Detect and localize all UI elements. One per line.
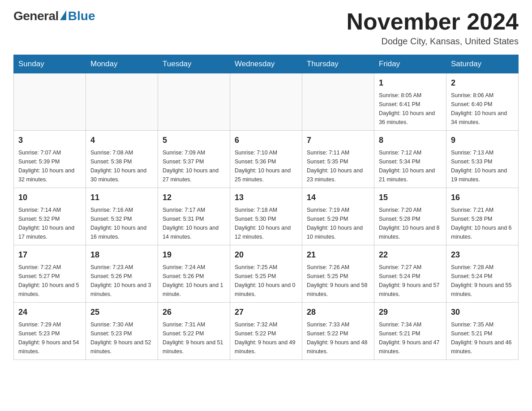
day-info: Sunrise: 7:10 AMSunset: 5:36 PMDaylight:… [235,148,297,184]
day-info: Sunrise: 7:31 AMSunset: 5:22 PMDaylight:… [163,320,225,356]
day-info: Sunrise: 7:32 AMSunset: 5:22 PMDaylight:… [235,320,297,356]
location-text: Dodge City, Kansas, United States [347,36,519,47]
day-number: 8 [379,134,442,146]
calendar-cell: 23Sunrise: 7:28 AMSunset: 5:24 PMDayligh… [446,245,519,303]
day-number: 5 [163,134,225,146]
day-info: Sunrise: 7:07 AMSunset: 5:39 PMDaylight:… [18,148,81,184]
calendar-cell: 2Sunrise: 8:06 AMSunset: 6:40 PMDaylight… [446,73,519,131]
weekday-header-sunday: Sunday [14,55,86,73]
logo: General Blue [13,9,95,23]
day-number: 23 [451,249,514,261]
day-info: Sunrise: 7:08 AMSunset: 5:38 PMDaylight:… [90,148,153,184]
page-header: General Blue November 2024 Dodge City, K… [13,9,519,47]
calendar-cell: 3Sunrise: 7:07 AMSunset: 5:39 PMDaylight… [14,131,86,188]
day-info: Sunrise: 7:35 AMSunset: 5:21 PMDaylight:… [451,320,514,356]
day-number: 19 [163,249,225,261]
day-number: 2 [451,77,514,89]
calendar-cell: 21Sunrise: 7:26 AMSunset: 5:25 PMDayligh… [302,245,374,303]
calendar-cell: 28Sunrise: 7:33 AMSunset: 5:22 PMDayligh… [302,303,374,360]
calendar-cell: 1Sunrise: 8:05 AMSunset: 6:41 PMDaylight… [374,73,446,131]
day-info: Sunrise: 7:20 AMSunset: 5:28 PMDaylight:… [379,206,442,241]
day-number: 11 [90,192,153,204]
logo-blue-text: Blue [68,9,95,23]
day-number: 16 [451,192,514,204]
day-info: Sunrise: 7:27 AMSunset: 5:24 PMDaylight:… [379,263,442,299]
weekday-header-friday: Friday [374,55,446,73]
calendar-cell: 9Sunrise: 7:13 AMSunset: 5:33 PMDaylight… [446,131,519,188]
day-info: Sunrise: 7:29 AMSunset: 5:23 PMDaylight:… [18,320,81,356]
week-row-1: 1Sunrise: 8:05 AMSunset: 6:41 PMDaylight… [14,73,519,131]
day-number: 25 [90,306,153,318]
day-number: 13 [235,192,297,204]
calendar-cell: 26Sunrise: 7:31 AMSunset: 5:22 PMDayligh… [158,303,230,360]
day-number: 26 [163,306,225,318]
weekday-header-row: SundayMondayTuesdayWednesdayThursdayFrid… [14,55,519,73]
calendar-cell: 15Sunrise: 7:20 AMSunset: 5:28 PMDayligh… [374,188,446,245]
day-info: Sunrise: 7:23 AMSunset: 5:26 PMDaylight:… [90,263,153,299]
day-number: 28 [307,306,369,318]
day-info: Sunrise: 8:05 AMSunset: 6:41 PMDaylight:… [379,91,442,127]
weekday-header-monday: Monday [86,55,158,73]
day-info: Sunrise: 7:34 AMSunset: 5:21 PMDaylight:… [379,320,442,356]
day-number: 21 [307,249,369,261]
day-info: Sunrise: 7:11 AMSunset: 5:35 PMDaylight:… [307,148,369,184]
title-area: November 2024 Dodge City, Kansas, United… [347,9,519,47]
calendar-cell: 27Sunrise: 7:32 AMSunset: 5:22 PMDayligh… [230,303,302,360]
day-number: 24 [18,306,81,318]
day-number: 6 [235,134,297,146]
calendar-cell [158,73,230,131]
calendar-cell: 7Sunrise: 7:11 AMSunset: 5:35 PMDaylight… [302,131,374,188]
day-number: 9 [451,134,514,146]
day-number: 29 [379,306,442,318]
day-info: Sunrise: 7:13 AMSunset: 5:33 PMDaylight:… [451,148,514,184]
calendar-cell: 29Sunrise: 7:34 AMSunset: 5:21 PMDayligh… [374,303,446,360]
calendar-cell: 18Sunrise: 7:23 AMSunset: 5:26 PMDayligh… [86,245,158,303]
calendar-cell: 11Sunrise: 7:16 AMSunset: 5:32 PMDayligh… [86,188,158,245]
calendar-cell: 20Sunrise: 7:25 AMSunset: 5:25 PMDayligh… [230,245,302,303]
calendar-cell: 19Sunrise: 7:24 AMSunset: 5:26 PMDayligh… [158,245,230,303]
calendar-cell: 10Sunrise: 7:14 AMSunset: 5:32 PMDayligh… [14,188,86,245]
day-number: 27 [235,306,297,318]
day-info: Sunrise: 7:09 AMSunset: 5:37 PMDaylight:… [163,148,225,184]
day-number: 17 [18,249,81,261]
calendar-cell: 30Sunrise: 7:35 AMSunset: 5:21 PMDayligh… [446,303,519,360]
calendar-cell: 5Sunrise: 7:09 AMSunset: 5:37 PMDaylight… [158,131,230,188]
calendar-table: SundayMondayTuesdayWednesdayThursdayFrid… [13,55,519,360]
day-number: 4 [90,134,153,146]
calendar-cell [230,73,302,131]
day-info: Sunrise: 7:26 AMSunset: 5:25 PMDaylight:… [307,263,369,299]
week-row-2: 3Sunrise: 7:07 AMSunset: 5:39 PMDaylight… [14,131,519,188]
week-row-3: 10Sunrise: 7:14 AMSunset: 5:32 PMDayligh… [14,188,519,245]
weekday-header-tuesday: Tuesday [158,55,230,73]
calendar-cell: 16Sunrise: 7:21 AMSunset: 5:28 PMDayligh… [446,188,519,245]
day-number: 22 [379,249,442,261]
logo-general-text: General [13,9,59,23]
day-info: Sunrise: 7:33 AMSunset: 5:22 PMDaylight:… [307,320,369,356]
day-info: Sunrise: 8:06 AMSunset: 6:40 PMDaylight:… [451,91,514,127]
day-number: 18 [90,249,153,261]
day-info: Sunrise: 7:19 AMSunset: 5:29 PMDaylight:… [307,206,369,241]
day-number: 3 [18,134,81,146]
weekday-header-thursday: Thursday [302,55,374,73]
calendar-cell: 6Sunrise: 7:10 AMSunset: 5:36 PMDaylight… [230,131,302,188]
day-info: Sunrise: 7:30 AMSunset: 5:23 PMDaylight:… [90,320,153,356]
day-info: Sunrise: 7:16 AMSunset: 5:32 PMDaylight:… [90,206,153,241]
day-number: 15 [379,192,442,204]
calendar-cell [302,73,374,131]
day-info: Sunrise: 7:17 AMSunset: 5:31 PMDaylight:… [163,206,225,241]
day-number: 10 [18,192,81,204]
weekday-header-wednesday: Wednesday [230,55,302,73]
day-info: Sunrise: 7:25 AMSunset: 5:25 PMDaylight:… [235,263,297,299]
calendar-cell: 24Sunrise: 7:29 AMSunset: 5:23 PMDayligh… [14,303,86,360]
day-info: Sunrise: 7:12 AMSunset: 5:34 PMDaylight:… [379,148,442,184]
calendar-cell: 12Sunrise: 7:17 AMSunset: 5:31 PMDayligh… [158,188,230,245]
day-info: Sunrise: 7:21 AMSunset: 5:28 PMDaylight:… [451,206,514,241]
week-row-4: 17Sunrise: 7:22 AMSunset: 5:27 PMDayligh… [14,245,519,303]
day-info: Sunrise: 7:28 AMSunset: 5:24 PMDaylight:… [451,263,514,299]
day-number: 20 [235,249,297,261]
day-info: Sunrise: 7:14 AMSunset: 5:32 PMDaylight:… [18,206,81,241]
day-number: 30 [451,306,514,318]
calendar-cell: 8Sunrise: 7:12 AMSunset: 5:34 PMDaylight… [374,131,446,188]
day-info: Sunrise: 7:24 AMSunset: 5:26 PMDaylight:… [163,263,225,299]
week-row-5: 24Sunrise: 7:29 AMSunset: 5:23 PMDayligh… [14,303,519,360]
